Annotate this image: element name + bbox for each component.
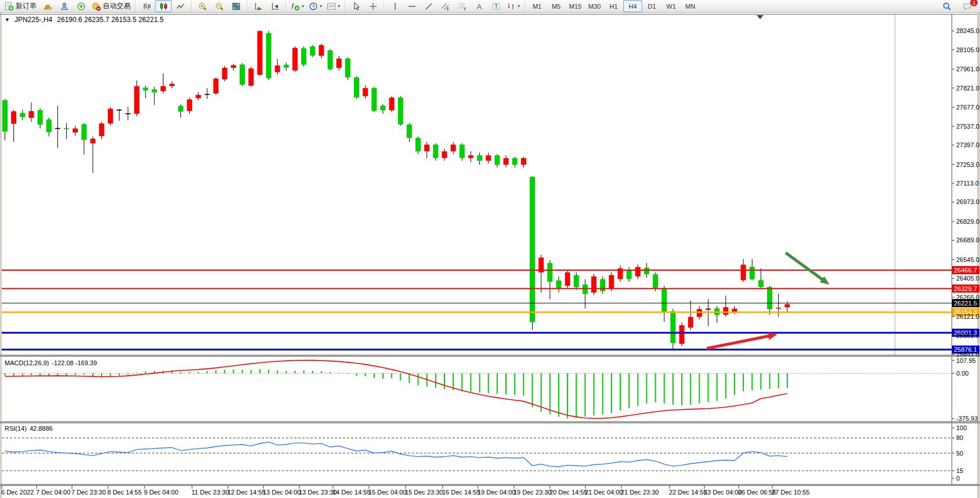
main-chart-panel[interactable] <box>0 12 980 498</box>
svg-text:26265.0: 26265.0 <box>956 294 979 301</box>
vertical-line-button[interactable] <box>386 0 403 12</box>
dropdown-caret-icon[interactable]: ▾ <box>338 4 340 9</box>
clock-icon <box>309 2 318 11</box>
timeframe-m1-button[interactable]: M1 <box>527 0 547 12</box>
auto-trading-button[interactable]: 自动交易 <box>89 0 133 12</box>
svg-text:26329.7: 26329.7 <box>954 285 977 292</box>
svg-text:14 Dec 14:55: 14 Dec 14:55 <box>332 489 370 496</box>
timeframe-m30-button[interactable]: M30 <box>585 0 604 12</box>
auto-scroll-button[interactable] <box>249 0 266 12</box>
svg-text:f: f <box>292 2 295 10</box>
timeframe-m15-button[interactable]: M15 <box>566 0 585 12</box>
svg-text:E: E <box>447 6 450 10</box>
timeframe-mn-button[interactable]: MN <box>681 0 700 12</box>
toolbar-group-zoom <box>191 0 247 12</box>
down-right-arrow <box>786 253 824 281</box>
arrows-button[interactable]: ▾ <box>504 0 522 12</box>
text-label-button[interactable]: T <box>487 0 504 12</box>
timeframe-w1-button[interactable]: W1 <box>661 0 681 12</box>
periods-button[interactable]: ▾ <box>306 0 324 12</box>
candlestick-chart-button[interactable] <box>155 0 172 12</box>
zoom-in-button[interactable] <box>194 0 211 12</box>
new-order-icon <box>5 2 14 11</box>
notifications-button[interactable]: 1 <box>959 0 975 12</box>
candles-icon <box>159 2 168 11</box>
text-button[interactable]: A <box>471 0 487 12</box>
chart-canvas[interactable]: 26466.726329.726221.526154.326001.325876… <box>0 0 980 498</box>
svg-text:27961.0: 27961.0 <box>956 66 979 72</box>
timeframe-h1-button[interactable]: H1 <box>604 0 623 12</box>
timeframe-h4-button[interactable]: H4 <box>623 0 642 12</box>
tile-windows-button[interactable] <box>227 0 244 12</box>
svg-text:27821.0: 27821.0 <box>956 85 979 92</box>
macd-panel[interactable] <box>2 361 952 419</box>
market-watch-button[interactable] <box>39 0 56 12</box>
toolbar-group-chart-type <box>135 0 191 12</box>
line-chart-button[interactable] <box>172 0 189 12</box>
horizontal-line-button[interactable] <box>403 0 420 12</box>
svg-text:26405.0: 26405.0 <box>956 275 979 282</box>
timeframe-mn-label: MN <box>685 3 695 10</box>
timeframe-m30-label: M30 <box>588 3 601 10</box>
svg-text:13 Dec 04:00: 13 Dec 04:00 <box>263 489 301 496</box>
templates-button[interactable]: ▾ <box>324 0 342 12</box>
zoom-out-icon <box>215 2 224 11</box>
autotrade-icon <box>92 2 101 11</box>
chartshift-icon <box>270 2 280 11</box>
timeframe-d1-button[interactable]: D1 <box>642 0 661 12</box>
auto-trading-button-label: 自动交易 <box>103 1 131 11</box>
timeframe-m1-label: M1 <box>533 3 541 10</box>
svg-text:21 Dec 23:30: 21 Dec 23:30 <box>621 489 659 496</box>
toolbar: 新订单自动交易f▾▾▾EFAT▾M1M5M15M30H1H4D1W1MN1 <box>0 0 980 13</box>
svg-text:A: A <box>476 2 482 11</box>
zoom-in-icon <box>198 2 207 11</box>
svg-text:12 Dec 14:55: 12 Dec 14:55 <box>227 489 265 496</box>
time-axis: 6 Dec 20227 Dec 04:007 Dec 23:308 Dec 14… <box>1 486 809 496</box>
window-menu-icon[interactable]: ▼ <box>5 17 10 23</box>
crosshair-icon <box>368 2 378 11</box>
svg-text:T: T <box>494 3 498 10</box>
toolbar-group-trade: 新订单自动交易 <box>0 0 135 12</box>
svg-text:27677.0: 27677.0 <box>956 104 979 111</box>
dropdown-caret-icon[interactable]: ▾ <box>302 4 304 9</box>
trendline-button[interactable] <box>420 0 437 12</box>
bar-chart-button[interactable] <box>138 0 155 12</box>
rsi-name: RSI(14) <box>5 425 27 432</box>
svg-text:19 Dec 23:30: 19 Dec 23:30 <box>513 489 551 496</box>
chart-shift-button[interactable] <box>266 0 283 12</box>
indicators-button[interactable]: f▾ <box>288 0 306 12</box>
dropdown-caret-icon[interactable]: ▾ <box>518 4 520 9</box>
up-right-arrow <box>707 336 771 348</box>
navigator-button[interactable] <box>56 0 73 12</box>
candles-layer[interactable] <box>2 30 790 349</box>
svg-text:107.95: 107.95 <box>956 357 976 364</box>
toolbar-group-timeframes: M1M5M15M30H1H4D1W1MN <box>525 0 702 12</box>
zoom-out-button[interactable] <box>211 0 227 12</box>
cursor-button[interactable] <box>348 0 364 12</box>
dropdown-caret-icon[interactable]: ▾ <box>320 4 322 9</box>
rsi-panel[interactable] <box>2 438 952 471</box>
vline-icon <box>390 2 400 11</box>
svg-text:-375.93: -375.93 <box>956 415 978 422</box>
text-a-icon: A <box>475 2 484 11</box>
new-order-button[interactable]: 新订单 <box>2 0 39 12</box>
crosshair-button[interactable] <box>364 0 381 12</box>
tile-icon <box>232 2 241 11</box>
search-button[interactable] <box>938 0 955 12</box>
macd-indicator-label: MACD(12,26,9)-122.08 -169.39 <box>5 359 100 366</box>
hline-icon <box>407 2 417 11</box>
svg-text:7 Dec 04:00: 7 Dec 04:00 <box>36 489 70 496</box>
equidistant-channel-button[interactable]: E <box>437 0 454 12</box>
toolbar-right-icons: 1 <box>938 0 980 12</box>
rsi-line <box>5 442 787 467</box>
svg-text:26689.0: 26689.0 <box>956 237 979 243</box>
mql5-signals-button[interactable] <box>73 0 89 12</box>
chart-symbol-timeframe: JPN225-,H4 <box>15 16 52 24</box>
svg-text:15 Dec 04:00: 15 Dec 04:00 <box>368 489 406 496</box>
svg-text:80: 80 <box>956 434 963 441</box>
timeframe-m5-button[interactable]: M5 <box>547 0 566 12</box>
fibonacci-button[interactable]: F <box>454 0 471 12</box>
svg-text:8 Dec 14:55: 8 Dec 14:55 <box>107 489 142 496</box>
svg-text:26466.7: 26466.7 <box>954 267 977 274</box>
svg-text:27113.0: 27113.0 <box>956 180 979 187</box>
